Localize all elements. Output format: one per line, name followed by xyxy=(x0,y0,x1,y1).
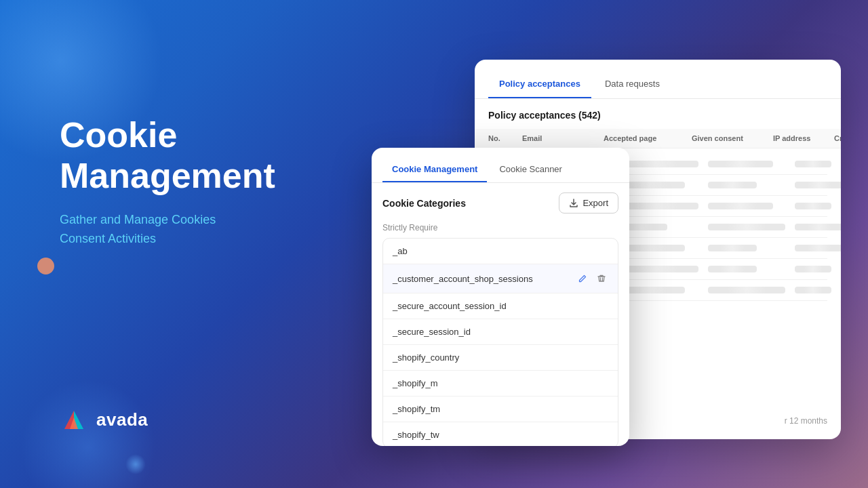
policy-heading: Policy acceptances (542) xyxy=(475,99,841,129)
decorative-blob-4 xyxy=(125,454,146,474)
col-created-at: Created at xyxy=(834,134,841,142)
logo-area: avada xyxy=(60,405,148,434)
cookie-category-title: Cookie Categories xyxy=(382,198,466,209)
delete-icon[interactable] xyxy=(595,272,608,285)
list-item: _shopify_country xyxy=(383,345,618,371)
cookie-name: _shopify_country xyxy=(393,352,459,363)
cookie-management-panel: Cookie Management Cookie Scanner Cookie … xyxy=(372,148,629,446)
cookie-tabs: Cookie Management Cookie Scanner xyxy=(372,148,629,183)
export-button[interactable]: Export xyxy=(559,192,618,214)
decorative-blob-3 xyxy=(37,258,54,274)
section-label: Strictly Require xyxy=(372,220,629,238)
logo-text: avada xyxy=(96,409,148,430)
tab-policy-acceptances[interactable]: Policy acceptances xyxy=(488,73,591,98)
list-item: _secure_session_id xyxy=(383,319,618,345)
tab-cookie-management[interactable]: Cookie Management xyxy=(382,159,487,182)
cookie-list: _ab _customer_account_shop_sessions _s xyxy=(382,238,618,446)
cookie-name: _secure_account_session_id xyxy=(393,301,507,311)
list-item: _shopify_m xyxy=(383,371,618,396)
subtitle: Gather and Manage Cookies Consent Activi… xyxy=(60,210,275,249)
export-icon xyxy=(569,199,578,208)
list-item: _customer_account_shop_sessions xyxy=(383,264,618,293)
list-item: _ab xyxy=(383,239,618,264)
edit-icon[interactable] xyxy=(576,272,589,285)
col-given-consent: Given consent xyxy=(692,134,773,142)
policy-footer: r 12 months xyxy=(785,416,827,426)
cookie-name: _shopify_tw xyxy=(393,430,439,440)
col-ip-address: IP address xyxy=(773,134,834,142)
col-no: No. xyxy=(488,134,522,142)
cookie-name: _ab xyxy=(393,246,408,256)
cookie-name: _shopify_tm xyxy=(393,404,440,414)
main-title: Cookie Management xyxy=(60,115,275,197)
list-item: _shopify_tw xyxy=(383,422,618,446)
tab-data-requests[interactable]: Data requests xyxy=(594,73,671,98)
cookie-header: Cookie Categories Export xyxy=(372,183,629,220)
policy-tabs: Policy acceptances Data requests xyxy=(475,60,841,99)
tab-cookie-scanner[interactable]: Cookie Scanner xyxy=(490,159,572,182)
list-item: _shopify_tm xyxy=(383,396,618,422)
col-email: Email xyxy=(522,134,604,142)
avada-logo-icon xyxy=(60,405,88,434)
col-accepted-page: Accepted page xyxy=(604,134,692,142)
cookie-name: _shopify_m xyxy=(393,378,437,388)
cookie-name: _customer_account_shop_sessions xyxy=(393,274,533,284)
policy-table-header: No. Email Accepted page Given consent IP… xyxy=(475,129,841,148)
list-item: _secure_account_session_id xyxy=(383,293,618,319)
cookie-item-actions xyxy=(576,272,608,285)
cookie-name: _secure_session_id xyxy=(393,327,471,337)
left-content: Cookie Management Gather and Manage Cook… xyxy=(60,115,275,249)
